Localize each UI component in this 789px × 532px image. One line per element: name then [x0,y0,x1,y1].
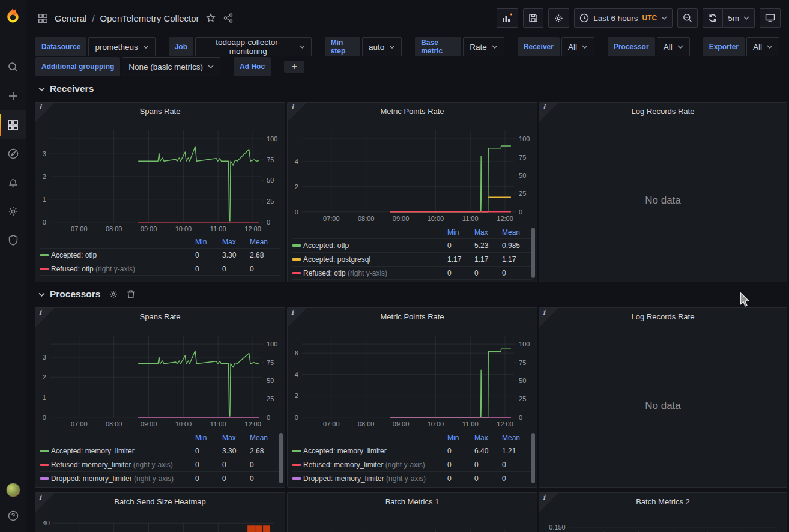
series-label[interactable]: Dropped: memory_limiter (right y-axis) [303,474,447,483]
help-icon [7,510,19,522]
save-dashboard-button[interactable] [523,8,543,28]
panel-batch-metrics-2[interactable]: i Batch Metrics 2 0.150 [539,492,787,532]
sidebar-item-dashboards[interactable] [0,110,26,139]
svg-text:6: 6 [295,349,298,357]
series-label[interactable]: Accepted: otlp [303,241,447,250]
legend-min-value: 0 [195,265,222,273]
dashboard-variable: Min stepauto [325,37,402,56]
sidebar-item-help[interactable] [0,506,26,526]
panel-processors-spans-rate[interactable]: i Spans Rate 07:0008:0009:0010:0011:0012… [35,307,285,488]
panel-title[interactable]: Metric Points Rate [288,312,537,321]
variable-value-dropdown[interactable]: All [657,37,690,56]
sidebar-item-create[interactable] [0,82,26,110]
timeseries-chart[interactable]: 07:0008:0009:0010:0011:0012:000246025507… [288,308,537,431]
panel-title[interactable]: Batch Send Size Heatmap [35,497,285,506]
legend-scrollbar[interactable] [531,433,535,483]
share-button[interactable] [222,12,234,24]
favorite-star-button[interactable] [205,12,217,24]
timeseries-chart[interactable]: 07:0008:0009:0010:0011:0012:000123025507… [35,308,285,431]
legend-scrollbar[interactable] [279,433,283,483]
chevron-down-icon [767,45,773,49]
legend-col-header[interactable]: Min [195,238,222,246]
panel-title[interactable]: Metric Points Rate [288,107,537,116]
grafana-logo[interactable] [0,0,26,31]
refresh-button[interactable] [703,8,723,28]
series-label[interactable]: Refused: otlp (right y-axis) [303,269,447,277]
kiosk-mode-button[interactable] [760,8,781,28]
legend-col-header[interactable]: Min [195,434,222,442]
legend-col-header[interactable]: Mean [502,228,532,237]
dashboard-variable: ProcessorAll [608,37,690,56]
panel-title[interactable]: Log Records Rate [539,107,787,116]
row-delete-button[interactable] [127,289,135,299]
section-title: Receivers [50,83,94,94]
dashboard-variable: ExporterAll [703,37,779,56]
zoom-out-time-button[interactable] [677,8,698,28]
variable-value-dropdown[interactable]: All [561,37,594,56]
legend-col-header[interactable]: Max [222,238,250,246]
panel-title[interactable]: Spans Rate [35,312,285,321]
svg-text:3: 3 [43,354,46,361]
series-label[interactable]: Refused: otlp (right y-axis) [51,265,195,273]
row-settings-button[interactable] [109,289,118,299]
variable-value-dropdown[interactable]: todoapp-collector-monitoring [195,37,312,56]
sidebar-item-explore[interactable] [0,139,26,168]
add-panel-button[interactable] [497,8,518,28]
legend-col-header[interactable]: Max [222,434,250,442]
panel-processors-metric-points-rate[interactable]: i Metric Points Rate 07:0008:0009:0010:0… [287,307,537,488]
panel-batch-send-size-heatmap[interactable]: i Batch Send Size Heatmap 40 [35,492,285,532]
variable-value-dropdown[interactable]: prometheus [88,37,155,56]
panel-title[interactable]: Spans Rate [35,107,285,116]
panel-receivers-metric-points-rate[interactable]: i Metric Points Rate 07:0008:0009:0010:0… [287,102,537,282]
svg-text:25: 25 [267,395,274,402]
series-label[interactable]: Accepted: memory_limiter [51,447,195,455]
panel-processors-log-records-rate[interactable]: i Log Records Rate No data [539,307,787,488]
breadcrumb-dashboard-title[interactable]: OpenTelemetry Collector [100,13,199,23]
legend-max-value: 0 [222,461,250,469]
dashboard-settings-button[interactable] [548,8,569,28]
series-label[interactable]: Accepted: otlp [51,251,195,259]
panel-title[interactable]: Batch Metrics 2 [539,497,787,506]
series-label[interactable]: Accepted: postgresql [303,255,447,264]
legend-mean-value: 0 [502,474,532,483]
panel-title[interactable]: Batch Metrics 1 [288,497,537,506]
time-range-picker[interactable]: Last 6 hours UTC [574,8,673,28]
sidebar-item-configuration[interactable] [0,197,26,226]
variable-value-dropdown[interactable]: All [746,37,779,56]
sidebar-item-alerting[interactable] [0,168,26,197]
section-row-processors[interactable]: Processors [38,289,135,300]
variable-value-dropdown[interactable]: auto [362,37,402,56]
legend-col-header[interactable]: Max [474,434,502,442]
trash-icon [127,289,135,299]
refresh-interval-picker[interactable]: 5m [723,8,755,28]
series-label[interactable]: Dropped: memory_limiter (right y-axis) [51,474,195,483]
svg-text:75: 75 [267,359,274,366]
panel-batch-metrics-1[interactable]: Batch Metrics 1 [287,492,537,532]
series-label[interactable]: Accepted: memory_limiter [303,447,447,455]
panel-receivers-spans-rate[interactable]: i Spans Rate 07:0008:0009:0010:0011:0012… [35,102,285,282]
legend-col-header[interactable]: Max [474,228,502,237]
section-row-receivers[interactable]: Receivers [38,83,94,94]
legend-row: Refused: otlp (right y-axis)000 [292,266,532,280]
legend-col-header[interactable]: Mean [502,434,532,442]
variables-row-1: DatasourceprometheusJobtodoapp-collector… [35,37,779,56]
legend-col-header[interactable]: Mean [250,434,280,442]
variable-value-dropdown[interactable]: None (basic metrics) [122,57,220,76]
breadcrumb-folder[interactable]: General [55,13,86,23]
legend-col-header[interactable]: Mean [250,238,280,246]
timeseries-chart[interactable]: 07:0008:0009:0010:0011:0012:000240255075… [288,103,537,225]
series-label[interactable]: Refused: memory_limiter (right y-axis) [303,461,447,469]
panel-receivers-log-records-rate[interactable]: i Log Records Rate No data [539,102,787,282]
sidebar-item-search[interactable] [0,53,26,82]
user-avatar[interactable] [6,483,20,497]
adhoc-filter-add-button[interactable]: + [284,61,304,73]
sidebar-item-server-admin[interactable] [0,226,26,255]
series-label[interactable]: Refused: memory_limiter (right y-axis) [51,461,195,469]
legend-col-header[interactable]: Min [447,228,474,237]
legend-scrollbar[interactable] [531,228,535,278]
legend-col-header[interactable]: Min [447,434,474,442]
variable-value-dropdown[interactable]: Rate [463,37,504,56]
timeseries-chart[interactable]: 07:0008:0009:0010:0011:0012:000123025507… [35,103,285,235]
variable-label: Exporter [703,37,745,56]
panel-title[interactable]: Log Records Rate [539,312,787,321]
